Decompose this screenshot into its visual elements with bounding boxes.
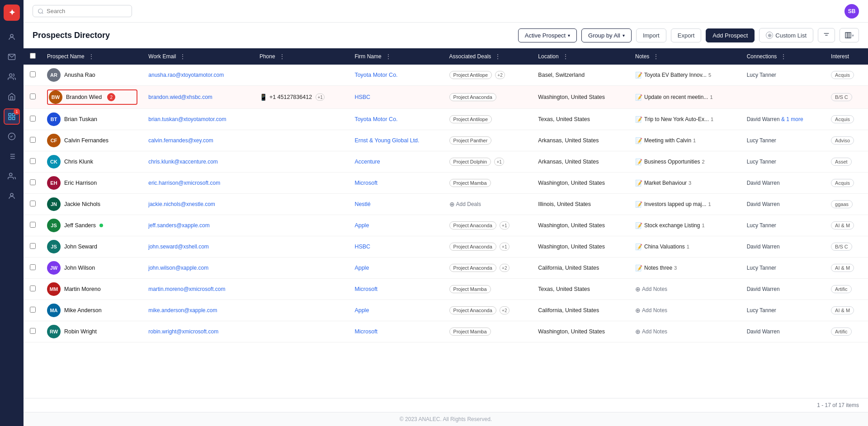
firm-link[interactable]: Microsoft: [354, 286, 377, 292]
associated-deals-cell[interactable]: Project Anaconda+1: [444, 215, 533, 236]
columns-icon[interactable]: ▾: [840, 28, 859, 42]
firm-name-cell[interactable]: HSBC: [349, 236, 443, 257]
associated-deals-cell[interactable]: Project Dolphin+1: [444, 151, 533, 173]
notes-cell[interactable]: 📝Stock exchange Listing1: [630, 215, 741, 236]
prospect-name-cell[interactable]: JNJackie Nichols: [42, 194, 143, 215]
app-logo[interactable]: ✦: [4, 5, 20, 21]
col-menu-icon[interactable]: ⋮: [562, 53, 569, 60]
work-email-cell[interactable]: jeff.sanders@xapple.com: [143, 215, 254, 236]
sidebar-item-people[interactable]: [4, 69, 20, 85]
sidebar-item-group[interactable]: [4, 168, 20, 184]
work-email-cell[interactable]: calvin.fernandes@xey.com: [143, 130, 254, 151]
prospect-name-cell[interactable]: JWJohn Wilson: [42, 257, 143, 279]
search-input[interactable]: [47, 8, 119, 14]
select-all-checkbox[interactable]: [30, 53, 36, 59]
firm-name-cell[interactable]: Nestlé: [349, 194, 443, 215]
associated-deals-cell[interactable]: ⊕ Add Deals: [444, 194, 533, 215]
active-prospect-button[interactable]: Active Prospect ▾: [518, 28, 577, 42]
email-link[interactable]: john.seward@xshell.com: [148, 243, 209, 250]
prospect-name-cell[interactable]: MMMartin Moreno: [42, 279, 143, 300]
row-checkbox[interactable]: [30, 328, 36, 334]
email-link[interactable]: calvin.fernandes@xey.com: [148, 137, 213, 144]
sidebar-item-bird[interactable]: [4, 128, 20, 145]
sidebar-item-mail[interactable]: [4, 49, 20, 65]
prospect-name-cell[interactable]: JSJeff Sanders: [42, 215, 143, 236]
prospect-name-cell[interactable]: ARAnusha Rao: [42, 65, 143, 86]
row-checkbox[interactable]: [30, 158, 36, 164]
associated-deals-cell[interactable]: Project Anaconda+2: [444, 257, 533, 279]
associated-deals-cell[interactable]: Project Mamba: [444, 279, 533, 300]
work-email-cell[interactable]: brandon.wied@xhsbc.com: [143, 86, 254, 109]
row-checkbox[interactable]: [30, 137, 36, 143]
notes-cell[interactable]: ⊕ Add Notes: [630, 279, 741, 300]
notes-cell[interactable]: 📝Notes three3: [630, 257, 741, 279]
add-prospect-button[interactable]: Add Prospect: [706, 28, 755, 42]
firm-name-cell[interactable]: Apple: [349, 215, 443, 236]
notes-cell[interactable]: ⊕ Add Notes: [630, 321, 741, 342]
work-email-cell[interactable]: brian.tuskan@xtoyotamotor.com: [143, 109, 254, 130]
notes-cell[interactable]: 📝Meeting with Calvin1: [630, 130, 741, 151]
col-menu-icon[interactable]: ⋮: [385, 53, 392, 60]
sidebar-item-bank[interactable]: [4, 89, 20, 105]
user-avatar[interactable]: SB: [844, 4, 859, 19]
prospect-name-cell[interactable]: JSJohn Seward: [42, 236, 143, 257]
col-menu-icon[interactable]: ⋮: [279, 53, 285, 60]
row-checkbox-cell[interactable]: [24, 151, 42, 173]
firm-name-cell[interactable]: Microsoft: [349, 279, 443, 300]
col-menu-icon[interactable]: ⋮: [88, 53, 94, 60]
row-checkbox-cell[interactable]: [24, 321, 42, 342]
prospect-name-cell[interactable]: BWBrandon Wied2: [42, 86, 143, 109]
prospect-name-cell[interactable]: MAMike Anderson: [42, 300, 143, 321]
add-notes-button[interactable]: ⊕ Add Notes: [635, 286, 667, 293]
firm-name-cell[interactable]: Microsoft: [349, 321, 443, 342]
notes-cell[interactable]: 📝Update on recent meetin...1: [630, 86, 741, 109]
work-email-cell[interactable]: mike.anderson@xapple.com: [143, 300, 254, 321]
work-email-cell[interactable]: anusha.rao@xtoyotamotor.com: [143, 65, 254, 86]
row-checkbox[interactable]: [30, 286, 36, 291]
prospect-name-cell[interactable]: EHEric Harrison: [42, 173, 143, 194]
group-by-button[interactable]: Group by All ▾: [581, 28, 632, 42]
row-checkbox-cell[interactable]: [24, 257, 42, 279]
notes-cell[interactable]: 📝China Valuations1: [630, 236, 741, 257]
search-box[interactable]: [33, 5, 132, 17]
firm-name-cell[interactable]: Toyota Motor Co.: [349, 65, 443, 86]
firm-link[interactable]: Toyota Motor Co.: [354, 72, 397, 78]
work-email-cell[interactable]: jackie.nichols@xnestle.com: [143, 194, 254, 215]
work-email-cell[interactable]: robin.wright@xmicrosoft.com: [143, 321, 254, 342]
row-checkbox-cell[interactable]: [24, 300, 42, 321]
row-checkbox[interactable]: [30, 201, 36, 206]
notes-cell[interactable]: 📝Trip to New York Auto-Ex...1: [630, 109, 741, 130]
row-checkbox-cell[interactable]: [24, 173, 42, 194]
filter-icon[interactable]: [818, 28, 835, 42]
row-checkbox-cell[interactable]: [24, 279, 42, 300]
notes-cell[interactable]: ⊕ Add Notes: [630, 300, 741, 321]
email-link[interactable]: eric.harrison@xmicrosoft.com: [148, 180, 220, 186]
add-deals-button[interactable]: ⊕ Add Deals: [449, 201, 481, 208]
firm-name-cell[interactable]: Apple: [349, 257, 443, 279]
row-checkbox-cell[interactable]: [24, 65, 42, 86]
email-link[interactable]: john.wilson@xapple.com: [148, 265, 208, 271]
firm-link[interactable]: Apple: [354, 222, 369, 229]
firm-link[interactable]: Ernst & Young Global Ltd.: [354, 137, 419, 144]
associated-deals-cell[interactable]: Project Mamba: [444, 173, 533, 194]
row-checkbox[interactable]: [30, 222, 36, 228]
row-checkbox[interactable]: [30, 94, 36, 99]
col-menu-icon[interactable]: ⋮: [495, 53, 501, 60]
col-menu-icon[interactable]: ⋮: [653, 53, 659, 60]
firm-link[interactable]: HSBC: [354, 243, 370, 250]
email-link[interactable]: brian.tuskan@xtoyotamotor.com: [148, 116, 226, 122]
notes-cell[interactable]: 📝Toyota EV Battery Innov...5: [630, 65, 741, 86]
associated-deals-cell[interactable]: Project Anaconda+2: [444, 300, 533, 321]
email-link[interactable]: mike.anderson@xapple.com: [148, 307, 217, 314]
row-checkbox-cell[interactable]: [24, 130, 42, 151]
sidebar-item-list[interactable]: [4, 148, 20, 164]
row-checkbox-cell[interactable]: [24, 236, 42, 257]
firm-link[interactable]: Toyota Motor Co.: [354, 116, 397, 122]
firm-link[interactable]: Microsoft: [354, 180, 377, 186]
export-button[interactable]: Export: [671, 28, 702, 42]
email-link[interactable]: robin.wright@xmicrosoft.com: [148, 328, 218, 335]
firm-link[interactable]: Apple: [354, 265, 369, 271]
email-link[interactable]: martin.moreno@xmicrosoft.com: [148, 286, 225, 292]
firm-link[interactable]: HSBC: [354, 94, 370, 100]
firm-name-cell[interactable]: Ernst & Young Global Ltd.: [349, 130, 443, 151]
